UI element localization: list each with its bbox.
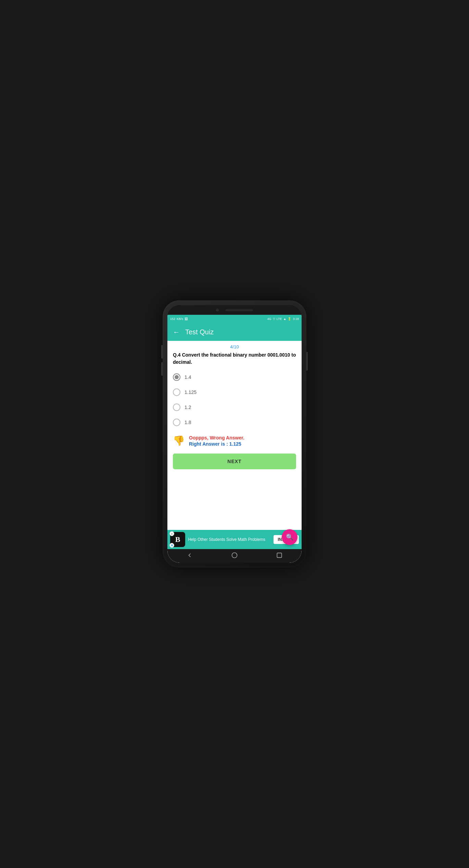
radio-option-1[interactable] [173, 373, 180, 381]
image-icon: 🖼 [185, 317, 188, 321]
ad-banner: B i ✕ Help Other Students Solve Math Pro… [167, 530, 302, 549]
recent-nav-icon [276, 552, 283, 559]
wrong-answer-text: Ooppps, Wrong Answer. [189, 435, 244, 441]
ad-icon-wrap: B i ✕ [170, 532, 185, 547]
volume-up-button[interactable] [161, 345, 163, 359]
search-icon: 🔍 [286, 533, 293, 541]
speaker-bar [226, 309, 253, 311]
status-bar: 152 KB/s 🖼 4G ▽ LTE ▲ 🔋 3:18 [167, 315, 302, 323]
app-bar-title: Test Quiz [185, 328, 214, 336]
option-item-4[interactable]: 1.8 [173, 415, 296, 430]
option-label-3: 1.2 [185, 405, 191, 410]
radio-option-4[interactable] [173, 419, 180, 426]
camera-icon [216, 309, 219, 311]
feedback-area: 👎 Ooppps, Wrong Answer. Right Answer is … [167, 430, 302, 449]
radio-inner-1 [175, 375, 179, 379]
back-nav-icon [186, 552, 193, 559]
signal-label: LTE [277, 317, 282, 321]
next-button[interactable]: NEXT [173, 454, 296, 469]
phone-screen: 152 KB/s 🖼 4G ▽ LTE ▲ 🔋 3:18 ← Test Quiz [167, 305, 302, 563]
nav-recent-button[interactable] [276, 552, 283, 560]
ad-info-badge[interactable]: i [169, 531, 174, 536]
spacer [167, 473, 302, 530]
screen-content: 152 KB/s 🖼 4G ▽ LTE ▲ 🔋 3:18 ← Test Quiz [167, 315, 302, 563]
nav-back-button[interactable] [186, 552, 193, 560]
option-item-3[interactable]: 1.2 [173, 400, 296, 414]
nav-home-button[interactable] [231, 552, 238, 560]
options-list: 1.4 1.125 1.2 1.8 [167, 370, 302, 430]
main-content: 4/10 Q.4 Convert the fractional binary n… [167, 341, 302, 549]
radio-option-2[interactable] [173, 388, 180, 396]
volume-down-button[interactable] [161, 362, 163, 376]
data-speed-unit: KB/s [177, 317, 183, 321]
status-right: 4G ▽ LTE ▲ 🔋 3:18 [267, 317, 299, 321]
option-label-2: 1.125 [185, 389, 197, 395]
option-item-1[interactable]: 1.4 [173, 370, 296, 384]
time-display: 3:18 [293, 317, 299, 321]
option-label-1: 1.4 [185, 374, 191, 380]
radio-option-3[interactable] [173, 404, 180, 411]
app-bar: ← Test Quiz [167, 323, 302, 341]
option-item-2[interactable]: 1.125 [173, 385, 296, 399]
ad-close-badge[interactable]: ✕ [169, 543, 174, 548]
thumbs-down-icon: 👎 [173, 435, 185, 446]
svg-rect-1 [277, 553, 281, 557]
phone-device: 152 KB/s 🖼 4G ▽ LTE ▲ 🔋 3:18 ← Test Quiz [163, 300, 306, 568]
question-text: Q.4 Convert the fractional binary number… [167, 351, 302, 370]
svg-point-0 [232, 553, 237, 558]
data-speed: 152 [170, 317, 175, 321]
ad-text: Help Other Students Solve Math Problems [188, 537, 271, 542]
status-left: 152 KB/s 🖼 [170, 317, 188, 321]
power-button[interactable] [306, 352, 308, 371]
right-answer-text: Right Answer is : 1.125 [189, 441, 244, 447]
network-type: 4G [267, 317, 271, 321]
battery-icon: 🔋 [288, 317, 291, 321]
signal-strength-icon: ▲ [283, 317, 287, 321]
bottom-nav [167, 549, 302, 563]
search-fab[interactable]: 🔍 [282, 529, 297, 545]
home-nav-icon [231, 552, 238, 559]
feedback-text: Ooppps, Wrong Answer. Right Answer is : … [189, 435, 244, 447]
option-label-4: 1.8 [185, 420, 191, 425]
phone-top-bar [167, 305, 302, 315]
back-button[interactable]: ← [173, 328, 180, 336]
wifi-icon: ▽ [273, 317, 275, 321]
progress-indicator: 4/10 [167, 341, 302, 351]
